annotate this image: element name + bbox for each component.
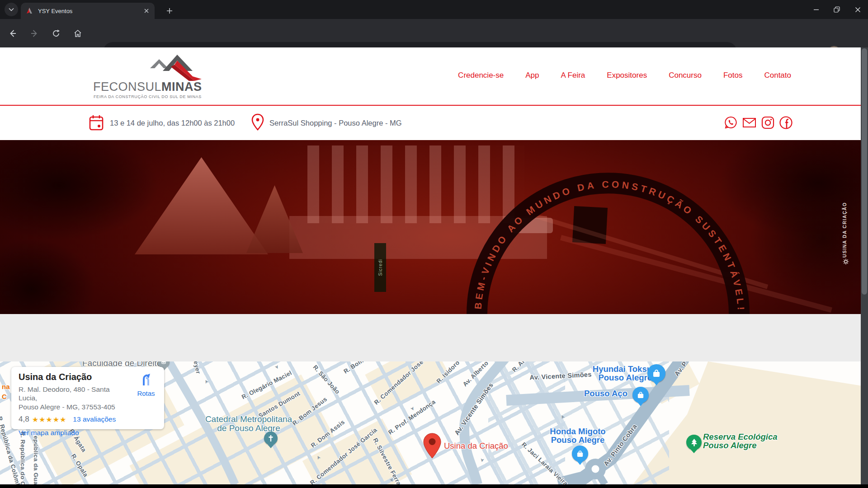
nav-contato[interactable]: Contato: [764, 71, 791, 80]
hero-arch-text: BEM-VINDO AO MUNDO DA CONSTRUÇÃO SUSTENT…: [472, 179, 746, 313]
chevron-down-icon: [9, 8, 14, 11]
reviews-link[interactable]: 13 avaliações: [73, 415, 116, 423]
browser-tab[interactable]: YSY Eventos: [21, 3, 155, 19]
directions-label: Rotas: [133, 389, 159, 397]
logo-roof-icon: [149, 53, 210, 81]
email-link[interactable]: [742, 116, 757, 130]
poi-hyundai[interactable]: Hyundai Toksu Pouso Alegre: [556, 365, 652, 382]
rating-stars: ★★★★★: [32, 415, 67, 424]
section-spacer: [0, 314, 868, 361]
forward-button[interactable]: [25, 24, 43, 42]
shopping-bag-icon: [637, 392, 644, 399]
reload-button[interactable]: [47, 24, 65, 42]
poi-catedral[interactable]: Catedral Metropolitana de Pouso Alegre: [154, 415, 344, 433]
window-restore-button[interactable]: [826, 0, 847, 19]
reload-icon: [52, 29, 61, 38]
restore-icon: [834, 6, 840, 13]
logo-name: FECONSULMINAS: [93, 80, 202, 94]
home-icon: [73, 29, 82, 38]
poi-label-fragment: na: [2, 383, 10, 390]
instagram-icon: [761, 116, 775, 130]
shopping-bag-icon: [653, 370, 660, 377]
nav-a-feira[interactable]: A Feira: [561, 71, 585, 80]
poi-reserva[interactable]: Reserva Ecológica Pouso Alegre: [703, 433, 778, 450]
shopping-bag-icon: [577, 450, 583, 457]
nav-expositores[interactable]: Expositores: [607, 71, 647, 80]
tab-close-icon[interactable]: [143, 7, 150, 14]
page-scrollbar[interactable]: [861, 47, 868, 484]
back-icon: [8, 29, 17, 38]
directions-icon: [140, 372, 152, 386]
forward-icon: [30, 29, 39, 38]
google-map-embed[interactable]: ➤ ➤ ➤ ➤ ➤ ➤ ➤ ➤ R. Olegário Maciel R. Sa…: [0, 361, 868, 484]
window-controls: [806, 0, 868, 19]
store-pin[interactable]: [632, 387, 649, 403]
hero-arch: BEM-VINDO AO MUNDO DA CONSTRUÇÃO SUSTENT…: [0, 140, 868, 314]
web-page: FECONSULMINAS FEIRA DA CONSTRUÇÃO CIVIL …: [0, 47, 868, 488]
whatsapp-link[interactable]: [724, 116, 738, 130]
hero-banner: Sicredi BEM-VINDO AO MUNDO DA CONSTRUÇÃO…: [0, 140, 868, 314]
park-pin[interactable]: [686, 435, 702, 450]
whatsapp-icon: [724, 116, 738, 130]
poi-label-fragment: C: [2, 393, 7, 400]
browser-window: YSY Eventos evento1.ysyeventos.com.br/a-…: [0, 0, 868, 488]
scrollbar-thumb[interactable]: [862, 48, 867, 295]
event-date: 13 e 14 de julho, das 12h00 às 21h00: [110, 119, 235, 127]
back-button[interactable]: [4, 24, 22, 42]
street-label: epública da Guate: [33, 436, 39, 484]
tab-title: YSY Eventos: [38, 8, 143, 14]
place-rating: 4,8 ★★★★★ 13 avaliações: [19, 415, 157, 424]
svg-text:BEM-VINDO AO MUNDO DA CONSTRUÇ: BEM-VINDO AO MUNDO DA CONSTRUÇÃO SUSTENT…: [472, 179, 746, 313]
hero-watermark: USINA DA CRIAÇÃO: [842, 203, 847, 258]
event-info-bar: 13 e 14 de julho, das 12h00 às 21h00 Ser…: [0, 106, 868, 140]
nav-app[interactable]: App: [525, 71, 539, 80]
oneway-arrow-icon: ➤: [479, 458, 485, 463]
location-pin-icon: [251, 113, 264, 131]
poi-pouso-aco[interactable]: Pouso Aço: [584, 389, 627, 398]
rating-value: 4,8: [19, 415, 29, 424]
main-navigation: Credencie-se App A Feira Expositores Con…: [458, 71, 791, 80]
new-tab-button[interactable]: [163, 4, 176, 18]
cross-icon: [268, 435, 274, 442]
site-favicon: [25, 7, 33, 15]
nav-concurso[interactable]: Concurso: [669, 71, 702, 80]
poi-honda[interactable]: Honda Migoto Pouso Alegre: [548, 427, 607, 445]
bottom-letterbox: [0, 484, 868, 488]
address-line-1: R. Mal. Deodoro, 480 - Santa Lucia,: [19, 385, 127, 403]
store-pin[interactable]: [572, 446, 588, 462]
site-logo[interactable]: FECONSULMINAS FEIRA DA CONSTRUÇÃO CIVIL …: [93, 61, 211, 98]
tree-icon: [691, 439, 698, 446]
event-venue: SerraSul Shopping - Pouso Alegre - MG: [269, 119, 402, 127]
nav-fotos[interactable]: Fotos: [723, 71, 743, 80]
map-place-card: Usina da Criação R. Mal. Deodoro, 480 - …: [11, 367, 164, 429]
minimize-icon: [813, 7, 819, 13]
store-pin[interactable]: [647, 364, 665, 382]
window-minimize-button[interactable]: [806, 0, 826, 19]
place-address: R. Mal. Deodoro, 480 - Santa Lucia, Pous…: [19, 385, 127, 411]
watermark-gear-icon: [843, 258, 849, 265]
home-button[interactable]: [69, 24, 87, 42]
tab-search-button[interactable]: [5, 3, 18, 16]
logo-tagline: FEIRA DA CONSTRUÇÃO CIVIL DO SUL DE MINA…: [94, 94, 202, 99]
email-icon: [742, 116, 757, 130]
window-close-button[interactable]: [847, 0, 868, 19]
school-icon: [160, 361, 167, 364]
address-line-2: Pouso Alegre - MG, 37553-405: [19, 403, 127, 411]
facebook-link[interactable]: [779, 116, 793, 130]
close-icon: [855, 7, 861, 13]
browser-toolbar: evento1.ysyeventos.com.br/a-feira: [0, 19, 868, 47]
view-larger-map-link[interactable]: Ver mapa ampliado: [19, 429, 157, 437]
logo-word-light: FECONSUL: [93, 80, 161, 94]
church-pin[interactable]: [264, 432, 278, 445]
tab-strip: YSY Eventos: [0, 0, 868, 19]
destination-pin[interactable]: [423, 433, 441, 459]
logo-word-bold: MINAS: [161, 80, 202, 94]
street-label: R. República do C: [19, 432, 26, 484]
instagram-link[interactable]: [761, 116, 775, 130]
facebook-icon: [779, 116, 793, 130]
social-links: [724, 116, 793, 130]
directions-button[interactable]: Rotas: [133, 372, 159, 397]
nav-credencie-se[interactable]: Credencie-se: [458, 71, 504, 80]
poi-usina[interactable]: Usina da Criação: [444, 442, 508, 450]
calendar-icon: [89, 114, 104, 131]
